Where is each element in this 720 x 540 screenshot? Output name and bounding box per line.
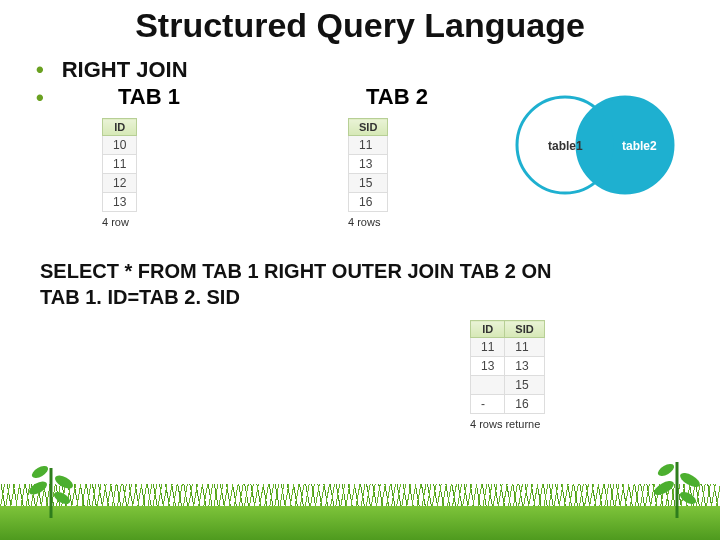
page-title: Structured Query Language	[0, 6, 720, 45]
svg-point-5	[52, 490, 72, 507]
result-rowcount: 4 rows returne	[470, 418, 545, 430]
table-row: 16	[349, 193, 388, 212]
result-table-block: ID SID 1111 1313 15 -16 4 rows returne	[470, 320, 545, 430]
table-row: 1111	[471, 338, 545, 357]
table-row: 15	[471, 376, 545, 395]
venn-diagram: table1 table2	[500, 90, 690, 200]
svg-point-6	[652, 478, 676, 498]
bullet-dot-icon: •	[36, 84, 44, 112]
tab1-heading: TAB 1	[118, 84, 180, 110]
bullet-item: • RIGHT JOIN	[36, 56, 188, 84]
result-table: ID SID 1111 1313 15 -16	[470, 320, 545, 414]
tab2-rowcount: 4 rows	[348, 216, 388, 228]
svg-point-3	[53, 473, 75, 492]
table-row: 13	[103, 193, 137, 212]
query-line: TAB 1. ID=TAB 2. SID	[40, 284, 600, 310]
slide: Structured Query Language • RIGHT JOIN •…	[0, 0, 720, 540]
table-row: 10	[103, 136, 137, 155]
bullet-text: RIGHT JOIN	[62, 56, 188, 84]
result-header-id: ID	[471, 321, 505, 338]
grass-ground	[0, 506, 720, 540]
result-header-sid: SID	[505, 321, 544, 338]
sql-query: SELECT * FROM TAB 1 RIGHT OUTER JOIN TAB…	[40, 258, 600, 310]
tab2-heading: TAB 2	[366, 84, 428, 110]
query-line: SELECT * FROM TAB 1 RIGHT OUTER JOIN TAB…	[40, 258, 600, 284]
venn-left-label: table1	[548, 139, 583, 153]
tab1-header: ID	[103, 119, 137, 136]
table-row: 11	[103, 155, 137, 174]
plant-right-icon	[652, 454, 702, 518]
tab1-table-block: ID 10 11 12 13 4 row	[102, 118, 137, 228]
svg-point-4	[30, 464, 50, 481]
tab2-table: SID 11 13 15 16	[348, 118, 388, 212]
venn-svg: table1 table2	[500, 90, 690, 200]
table-row: 1313	[471, 357, 545, 376]
table-row: -16	[471, 395, 545, 414]
tab1-rowcount: 4 row	[102, 216, 137, 228]
footer-grass	[0, 485, 720, 540]
table-row: 12	[103, 174, 137, 193]
svg-point-8	[656, 462, 676, 479]
tab2-header: SID	[349, 119, 388, 136]
svg-point-2	[27, 479, 49, 498]
svg-point-9	[678, 490, 698, 507]
table-row: 11	[349, 136, 388, 155]
tab1-table: ID 10 11 12 13	[102, 118, 137, 212]
table-row: 15	[349, 174, 388, 193]
bullet-dot-icon: •	[36, 56, 44, 84]
tab2-table-block: SID 11 13 15 16 4 rows	[348, 118, 388, 228]
svg-point-7	[678, 470, 702, 490]
venn-right-label: table2	[622, 139, 657, 153]
plant-left-icon	[26, 458, 76, 518]
table-row: 13	[349, 155, 388, 174]
